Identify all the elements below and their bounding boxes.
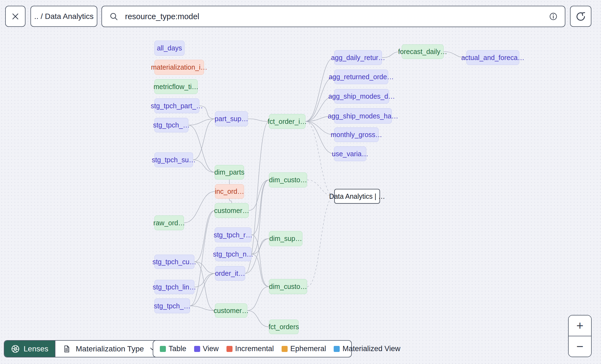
lenses-group: Lenses Materialization Type — [4, 340, 164, 357]
graph-node[interactable]: stg_tpch_cu… — [154, 255, 194, 269]
graph-node[interactable]: actual_and_foreca… — [466, 50, 519, 65]
info-icon[interactable] — [549, 12, 558, 21]
legend-swatch — [282, 346, 288, 352]
legend-label: Materialized View — [342, 345, 400, 353]
aperture-icon — [11, 345, 20, 353]
graph-node[interactable]: metricflow_ti… — [154, 79, 198, 94]
legend-item: Ephemeral — [282, 345, 326, 353]
graph-node[interactable]: materialization_i… — [154, 60, 204, 75]
legend-label: View — [203, 345, 219, 353]
refresh-button[interactable] — [570, 6, 591, 27]
graph-node[interactable]: stg_tpch_r… — [215, 228, 251, 242]
close-icon — [11, 12, 20, 21]
graph-node[interactable]: inc_ord… — [215, 184, 244, 199]
search-bar[interactable] — [101, 6, 565, 27]
document-icon — [63, 345, 71, 353]
graph-node[interactable]: customer… — [215, 203, 249, 218]
graph-node[interactable]: stg_tpch_su… — [154, 152, 193, 167]
legend-swatch — [226, 346, 233, 352]
zoom-controls: + − — [568, 315, 592, 357]
legend-item: Table — [160, 345, 186, 353]
graph-node[interactable]: dim_custo… — [269, 172, 307, 187]
graph-node[interactable]: agg_ship_modes_ha… — [334, 108, 392, 124]
graph-node[interactable]: Data Analytics | … — [334, 189, 380, 204]
zoom-in-button[interactable]: + — [569, 315, 591, 336]
legend-item: View — [194, 345, 219, 353]
legend-swatch — [160, 346, 166, 352]
close-button[interactable] — [5, 6, 25, 27]
lens-selector-dropdown[interactable]: Materialization Type — [55, 341, 163, 357]
graph-node[interactable]: dim_parts — [215, 165, 244, 180]
lenses-label: Lenses — [24, 345, 48, 353]
graph-node[interactable]: order_it… — [215, 266, 245, 281]
graph-node[interactable]: stg_tpch_part_… — [154, 98, 199, 113]
legend-label: Table — [169, 345, 186, 353]
graph-node[interactable]: monthly_gross… — [334, 127, 379, 142]
breadcrumb[interactable]: .. / Data Analytics — [30, 6, 97, 27]
graph-node[interactable]: raw_ord… — [154, 215, 184, 230]
breadcrumb-label: .. / Data Analytics — [34, 12, 93, 21]
search-input[interactable] — [124, 12, 543, 21]
graph-node[interactable]: agg_ship_modes_d… — [334, 89, 389, 104]
legend-label: Ephemeral — [290, 345, 326, 353]
lineage-graph: all_daysmaterialization_i…metricflow_ti…… — [0, 0, 601, 364]
lenses-button[interactable]: Lenses — [4, 341, 55, 357]
graph-node[interactable]: forecast_daily… — [402, 44, 444, 59]
graph-node[interactable]: stg_tpch_… — [154, 298, 190, 313]
search-icon — [109, 12, 118, 21]
graph-node[interactable]: dim_sup… — [269, 231, 302, 246]
graph-node[interactable]: fct_orders — [269, 320, 299, 334]
refresh-icon — [575, 11, 586, 22]
graph-node[interactable]: stg_tpch_… — [154, 118, 188, 132]
zoom-out-button[interactable]: − — [569, 336, 591, 357]
graph-node[interactable]: part_sup… — [215, 111, 248, 126]
graph-node[interactable]: fct_order_i… — [269, 114, 305, 129]
lens-selector-label: Materialization Type — [76, 345, 144, 353]
legend-swatch — [194, 346, 200, 352]
graph-node[interactable]: dim_custo… — [269, 279, 307, 294]
graph-node[interactable]: use_varia… — [334, 146, 366, 161]
legend-swatch — [334, 346, 340, 352]
graph-node[interactable]: stg_tpch_n… — [215, 247, 251, 261]
legend-item: Incremental — [226, 345, 274, 353]
graph-node[interactable]: agg_returned_orde… — [334, 70, 388, 84]
graph-node[interactable]: agg_daily_retur… — [334, 50, 382, 65]
legend-label: Incremental — [235, 345, 274, 353]
graph-node[interactable]: all_days — [154, 41, 185, 56]
graph-node[interactable]: customer… — [215, 303, 247, 318]
graph-node[interactable]: stg_tpch_lin… — [154, 280, 194, 294]
materialization-legend: TableViewIncrementalEphemeralMaterialize… — [153, 340, 352, 357]
legend-item: Materialized View — [334, 345, 400, 353]
